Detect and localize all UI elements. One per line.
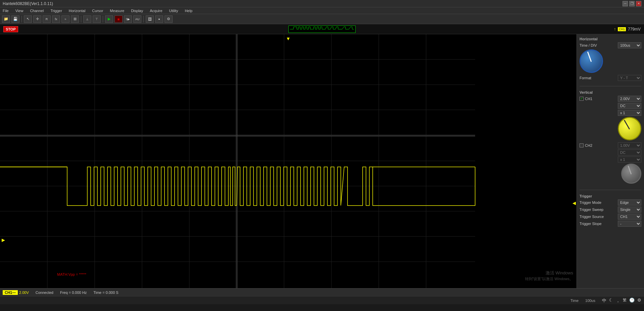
trigger-source-row: Trigger Source CH1 CH2 EXT — [580, 214, 641, 220]
trigger-mode-select[interactable]: Edge Pulse Video Slope — [618, 199, 641, 206]
format-label: Format — [580, 76, 591, 80]
ch2-row: CH2 1.00V 2.00V 500mV — [580, 142, 641, 148]
trigger-source-label: Trigger Source — [580, 215, 604, 219]
signal-preview-svg — [290, 26, 354, 33]
app-title: Hantek6082BE(Ver1.1.0.11) — [3, 1, 53, 6]
titlebar: Hantek6082BE(Ver1.1.0.11) ─ ❐ ✕ — [0, 0, 644, 7]
titlebar-controls: ─ ❐ ✕ — [623, 1, 641, 6]
toolbar-cursor2[interactable]: ⊤ — [93, 15, 101, 23]
menu-acquire[interactable]: Acquire — [148, 9, 164, 13]
trigger-sweep-select[interactable]: Single Auto Normal — [618, 207, 641, 213]
time-info-value: 100us — [585, 299, 595, 303]
stop-badge: STOP — [3, 26, 18, 32]
time-status-value: 0.000 S — [106, 291, 119, 295]
ch1-volts-status: 2.00V — [19, 291, 29, 295]
info-bar: Time 100us 中 ☾ ， 繁 🕐 ⚙ — [0, 296, 644, 304]
toolbar-run[interactable]: ▶ — [105, 15, 113, 23]
horizontal-knob[interactable] — [580, 49, 603, 73]
toolbar-ref[interactable]: R — [43, 15, 51, 23]
format-select[interactable]: Y - T X - Y — [618, 75, 641, 81]
toolbar-sep3 — [103, 16, 103, 23]
tray-gear[interactable]: ⚙ — [637, 298, 641, 304]
toolbar-cursor-cross[interactable]: ✛ — [33, 15, 41, 23]
tray-fant[interactable]: 繁 — [623, 298, 627, 304]
connected-status: Connected — [36, 291, 53, 295]
toolbar-stop[interactable]: ■ — [114, 15, 123, 23]
voltage-reading: ↑ CH1 779mV — [614, 27, 641, 32]
ch1-probe-row: x 1 x 10 x 100 — [580, 110, 641, 116]
toolbar-math[interactable]: fx — [52, 15, 60, 23]
voltage-value: 779mV — [628, 27, 641, 32]
tray-moon[interactable]: ☾ — [609, 298, 613, 304]
toolbar-screenshot[interactable]: 🖼 — [146, 15, 154, 23]
time-info-label: Time — [570, 299, 579, 303]
time-status-label: Time = — [93, 291, 105, 295]
toolbar-sep4 — [143, 16, 144, 23]
menu-view[interactable]: View — [14, 9, 25, 13]
menu-utility[interactable]: Utility — [168, 9, 180, 13]
toolbar-auto[interactable]: AU — [133, 15, 141, 23]
right-panel: Horizontal Time / DIV 100us 200us 500us … — [577, 34, 644, 288]
close-button[interactable]: ✕ — [636, 1, 641, 6]
horizontal-knob-container — [580, 49, 603, 73]
ch1-zero-marker: ▶ — [2, 237, 5, 242]
scope-area[interactable]: ▼ — [0, 34, 577, 288]
menu-horizontal[interactable]: Horizontal — [67, 9, 87, 13]
horizontal-knob-indicator — [587, 51, 592, 62]
ch1-coupling-select[interactable]: DC AC GND — [618, 103, 641, 109]
trigger-arrow-icon: ↑ — [614, 27, 616, 32]
math-vpp-label: MATH:Vpp = ***** — [57, 272, 86, 276]
ch1-volts-select[interactable]: 2.00V 1.00V 500mV 5.00V — [618, 96, 641, 102]
minimize-button[interactable]: ─ — [623, 1, 628, 6]
toolbar-sep2 — [81, 16, 81, 23]
ch1-knob-indicator — [624, 120, 630, 130]
toolbar-save[interactable]: 💾 — [11, 15, 19, 23]
menu-measure[interactable]: Measure — [108, 9, 126, 13]
trigger-slope-row: Trigger Slope - + — [580, 221, 641, 227]
toolbar-zoom[interactable]: ⊞ — [71, 15, 79, 23]
trigger-source-select[interactable]: CH1 CH2 EXT — [618, 214, 641, 220]
status-bar: CH1— 2.00V Connected Freq = 0.000 Hz Tim… — [0, 288, 644, 296]
ch2-checkbox[interactable] — [580, 143, 584, 147]
horizontal-title: Horizontal — [580, 37, 641, 41]
restore-button[interactable]: ❐ — [629, 1, 635, 6]
toolbar-fft[interactable]: ≈ — [61, 15, 70, 23]
toolbar-cursor-arrow[interactable]: ↖ — [24, 15, 32, 23]
menu-trigger[interactable]: Trigger — [49, 9, 63, 13]
ch2-coupling-select[interactable]: DC AC — [618, 149, 641, 156]
h-v-divider — [580, 86, 641, 86]
scope-grid-svg — [0, 34, 577, 288]
toolbar-settings[interactable]: ⚙ — [165, 15, 173, 23]
tray-clock[interactable]: 🕐 — [629, 298, 635, 304]
ch2-probe-select[interactable]: x 1 x 10 — [618, 157, 641, 163]
time-div-label: Time / DIV — [580, 43, 597, 47]
ch1-vertical-knob[interactable] — [618, 117, 641, 140]
ch2-volts-select[interactable]: 1.00V 2.00V 500mV — [618, 142, 641, 148]
menu-channel[interactable]: Channel — [29, 9, 45, 13]
signal-preview — [288, 26, 356, 33]
ch1-badge-small: CH1 — [618, 27, 626, 31]
ch1-checkbox[interactable] — [580, 97, 584, 101]
time-div-select[interactable]: 100us 200us 500us 1ms — [618, 42, 641, 48]
menu-file[interactable]: File — [1, 9, 10, 13]
tray-comma[interactable]: ， — [616, 298, 620, 304]
toolbar-cursor1[interactable]: ⊥ — [83, 15, 91, 23]
tray-zh[interactable]: 中 — [602, 298, 606, 304]
ch2-coupling-row: DC AC — [580, 149, 641, 156]
ch2-vertical-knob[interactable] — [621, 164, 641, 184]
ch1-probe-select[interactable]: x 1 x 10 x 100 — [618, 110, 641, 116]
freq-value: 0.000 Hz — [72, 291, 87, 295]
toolbar-record[interactable]: ● — [155, 15, 163, 23]
ch2-label: CH2 — [585, 143, 592, 147]
menu-cursor[interactable]: Cursor — [91, 9, 104, 13]
main-layout: ▼ — [0, 34, 644, 288]
toolbar-single[interactable]: S▶ — [124, 15, 132, 23]
toolbar-open[interactable]: 📁 — [2, 15, 10, 23]
freq-label: Freq = — [60, 291, 71, 295]
menu-display[interactable]: Display — [130, 9, 144, 13]
trigger-right-marker: ◀ — [572, 201, 576, 206]
time-div-row: Time / DIV 100us 200us 500us 1ms — [580, 42, 641, 48]
menu-help[interactable]: Help — [183, 9, 194, 13]
trigger-slope-select[interactable]: - + — [618, 221, 641, 227]
signal-bar: STOP ↑ CH1 779mV — [0, 24, 644, 34]
